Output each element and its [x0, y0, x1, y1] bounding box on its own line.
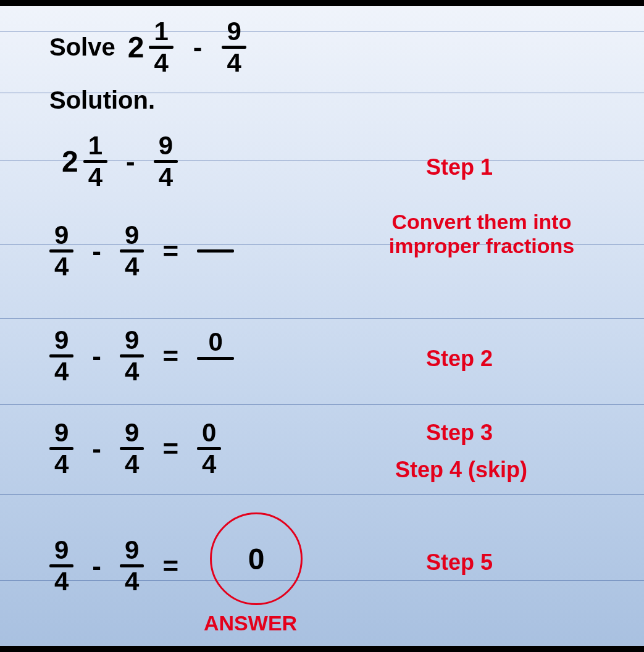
frac-num: 9: [49, 222, 73, 249]
frac-den: 4: [120, 357, 144, 385]
frac-num: 9: [120, 537, 144, 564]
step-2-label: Step 2: [426, 346, 493, 372]
problem-right-fraction: 9 4: [222, 19, 246, 76]
fraction: 1 4: [83, 133, 107, 190]
frac-den: [209, 360, 222, 385]
frac-num: 9: [49, 537, 73, 564]
step-3-label: Step 3: [426, 420, 493, 446]
rule-line: [0, 404, 644, 405]
rule-line: [0, 494, 644, 495]
frac-den: 4: [49, 253, 73, 280]
frac-num: 9: [120, 420, 144, 447]
frac-num: 9: [222, 19, 246, 46]
fraction: 9 4: [120, 327, 144, 385]
operator-minus: -: [186, 32, 210, 63]
step-1-label: Step 1: [426, 154, 493, 180]
problem-row: Solve 2 1 4 - 9 4: [49, 19, 246, 76]
frac-num: 0: [202, 327, 228, 357]
fraction: 9 4: [120, 420, 144, 477]
frac-num: [209, 225, 222, 249]
frac-num: 9: [120, 222, 144, 249]
equals: =: [155, 551, 186, 582]
frac-num: 1: [149, 19, 173, 46]
top-black-bar: [0, 0, 644, 6]
frac-den: 4: [49, 357, 73, 385]
answer-circle: 0: [210, 512, 303, 605]
result-fraction: 0 4: [197, 420, 221, 477]
step-4-label: Step 4 (skip): [395, 457, 527, 483]
answer-label: ANSWER: [204, 611, 297, 635]
fraction: 9 4: [49, 420, 73, 477]
step-1-note: Convert them into improper fractions: [346, 210, 617, 258]
operator-minus: -: [85, 551, 109, 582]
fraction: 9 4: [120, 222, 144, 280]
frac-num: 1: [83, 133, 107, 160]
frac-num: 9: [49, 327, 73, 354]
equals: =: [155, 341, 186, 372]
fraction: 9 4: [154, 133, 178, 190]
mixed-fraction: 1 4: [149, 19, 173, 76]
result-fraction: 0: [197, 327, 234, 385]
solve-label: Solve: [49, 33, 115, 61]
working-line-2: 9 4 - 9 4 =: [49, 222, 234, 280]
mixed-whole: 2: [128, 30, 144, 64]
working-line-5: 9 4 - 9 4 =: [49, 537, 186, 595]
frac-den: 4: [49, 450, 73, 477]
frac-den: 4: [120, 567, 144, 595]
frac-num: 0: [197, 420, 221, 447]
frac-den: 4: [154, 163, 178, 190]
problem-mixed: 2 1 4: [128, 19, 174, 76]
working-line-4: 9 4 - 9 4 = 0 4: [49, 420, 221, 477]
working-line-1: 2 1 4 - 9 4: [62, 133, 178, 190]
frac-num: 9: [154, 133, 178, 160]
frac-den: 4: [120, 253, 144, 280]
frac-num: 9: [120, 327, 144, 354]
mixed: 2 1 4: [62, 133, 107, 190]
frac-den: 4: [222, 49, 246, 76]
solution-label: Solution.: [49, 86, 155, 114]
fraction: 9 4: [120, 537, 144, 595]
operator-minus: -: [85, 236, 109, 267]
step-5-label: Step 5: [426, 550, 493, 575]
operator-minus: -: [119, 146, 143, 177]
frac-num: 9: [49, 420, 73, 447]
operator-minus: -: [85, 433, 109, 464]
frac-den: [209, 253, 222, 277]
frac-den: 4: [120, 450, 144, 477]
frac-den: 4: [49, 567, 73, 595]
working-line-3: 9 4 - 9 4 = 0: [49, 327, 234, 385]
blank-fraction: [197, 225, 234, 277]
bottom-black-bar: [0, 646, 644, 652]
frac-den: 4: [149, 49, 173, 76]
mixed-whole: 2: [62, 144, 78, 178]
operator-minus: -: [85, 341, 109, 372]
equals: =: [155, 236, 186, 267]
fraction: 9 4: [49, 327, 73, 385]
fraction: 9 4: [49, 222, 73, 280]
answer-value: 0: [248, 542, 265, 576]
frac-den: 4: [83, 163, 107, 190]
fraction: 9 4: [49, 537, 73, 595]
equals: =: [155, 433, 186, 464]
frac-den: 4: [197, 450, 221, 477]
rule-line: [0, 318, 644, 319]
